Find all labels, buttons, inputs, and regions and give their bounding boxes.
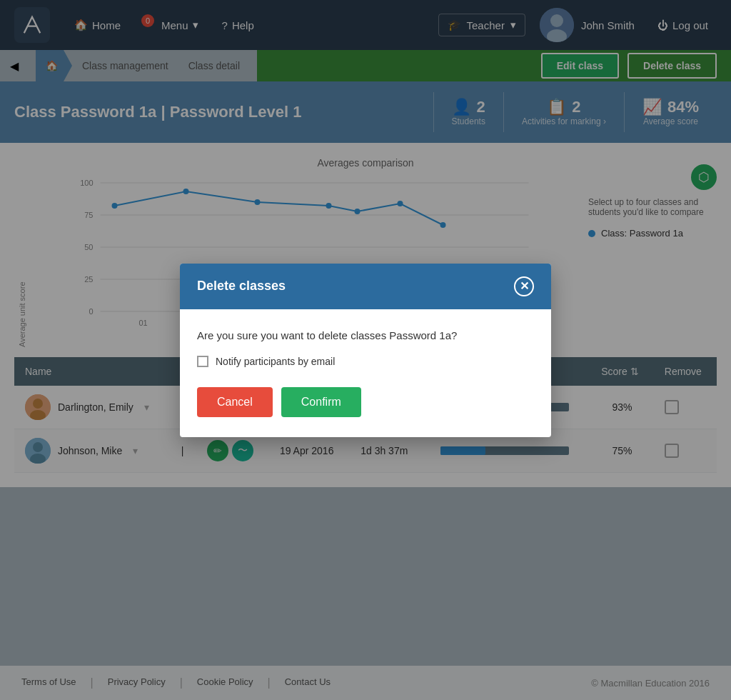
modal-body: Are you sure you want to delete classes … xyxy=(180,309,551,437)
modal-overlay: Delete classes ✕ Are you sure you want t… xyxy=(0,0,731,700)
close-icon: ✕ xyxy=(520,279,529,293)
notify-label: Notify participants by email xyxy=(216,356,335,367)
modal-title: Delete classes xyxy=(197,279,286,294)
modal-message: Are you sure you want to delete classes … xyxy=(197,329,534,341)
modal-actions: Cancel Confirm xyxy=(197,387,534,417)
confirm-button[interactable]: Confirm xyxy=(281,387,361,417)
cancel-button[interactable]: Cancel xyxy=(197,387,273,417)
notify-checkbox[interactable] xyxy=(197,356,208,367)
modal-close-button[interactable]: ✕ xyxy=(514,276,534,296)
page-wrapper: 🏠 Home 0 Menu ▾ ? Help 🎓 Teacher ▾ xyxy=(0,0,731,700)
notify-checkbox-row: Notify participants by email xyxy=(197,356,534,367)
modal-header: Delete classes ✕ xyxy=(180,264,551,309)
delete-modal: Delete classes ✕ Are you sure you want t… xyxy=(180,264,551,437)
